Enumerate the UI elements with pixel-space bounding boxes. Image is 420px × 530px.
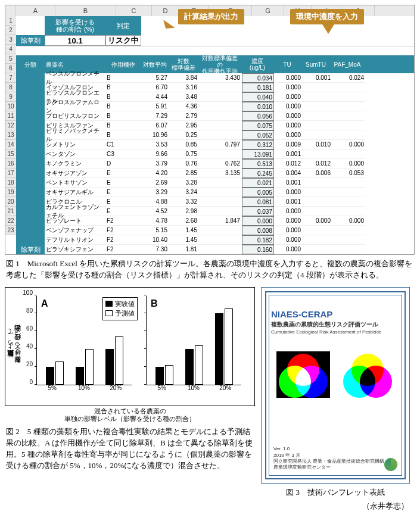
table-row: カルフェントラゾンエチルE4.522.980.0370.000 — [45, 207, 414, 216]
ratio-header: 影響を受ける 種の割合 (%) — [45, 16, 105, 35]
table-row: テフリルトリオンF210.401.450.1820.000 — [45, 235, 414, 245]
pamphlet-cover: NIAES-CERAP 複数農薬の累積的生態リスク評価ツール Cumulativ… — [261, 287, 410, 484]
table-row: プロピリスルフロンB7.292.790.0560.000 — [45, 111, 414, 121]
venn-cmy-icon — [341, 351, 394, 398]
data-rows-container: ベンスルフロンメチルB5.273.843.4300.0340.0000.0010… — [45, 73, 414, 254]
pamphlet-footer: Ver. 1.0 2018 年 3 月 国立研究開発法人 農業・食品産業技術総合… — [273, 446, 384, 471]
chart-panel-b: B 5%10%20% — [142, 291, 252, 403]
y-axis-label: 複数農薬によって 影響を受ける種の割合 (%) — [7, 325, 21, 368]
venn-rgb-icon — [276, 351, 330, 398]
category-label: 除草剤 — [16, 35, 45, 46]
judgement-value: リスク中 — [105, 35, 141, 46]
figure1-caption: 図 1 Microsoft Excel を用いた累積リスクの計算ツール。各農薬の… — [6, 258, 414, 281]
summary-value-row: 除草剤 10.1 リスク中 — [16, 35, 414, 46]
pamphlet-title: NIAES-CERAP — [271, 309, 400, 319]
excel-row-numbers: 1234567891011121314151617181920212223 — [5, 16, 16, 235]
y-axis-ticks: 020406080100 — [22, 292, 33, 382]
table-row: ペントキサゾンE2.693.280.0210.001 — [45, 178, 414, 188]
pamphlet-subtitle-en: Cumulative Ecological Risk Assessment of… — [271, 329, 400, 335]
chart-panel-a: A 実験値 予測値 5%10%20% — [33, 291, 142, 403]
table-row: ピリミノバックメチルB10.960.250.0520.000 — [45, 130, 414, 140]
side-category-label: 除草剤 — [16, 73, 45, 254]
table-row: ピラゾキシフェンF27.301.810.1600.000 — [45, 245, 414, 254]
naro-logo-icon — [384, 458, 397, 471]
judgement-header: 判定 — [105, 16, 141, 35]
author-credit: （永井孝志） — [262, 501, 409, 512]
table-row: ベンスルフロンメチルB5.273.843.4300.0340.0000.0010… — [45, 73, 414, 83]
table-row: オキサジアゾンE4.202.853.1350.2450.0040.0060.05… — [45, 169, 414, 178]
table-row: ベンゾフェナップF25.151.450.0080.000 — [45, 226, 414, 235]
callout-conc-input: 環境中濃度を入力 — [290, 9, 364, 24]
excel-screenshot: A B C D E F G H I J 12345678910111213141… — [5, 5, 415, 255]
venn-diagrams — [271, 351, 400, 398]
table-row: キノクラミンD3.790.760.7620.5130.0120.0120.000 — [45, 159, 414, 169]
table-row: ベンタゾンC39.660.7513.0910.001 — [45, 149, 414, 159]
pamphlet-subtitle-jp: 複数農薬の累積的生態リスク評価ツール — [271, 320, 400, 329]
x-axis-label: 混合されている各農薬の 単独の影響レベル（影響を受ける種の割合） — [5, 407, 255, 423]
ratio-value: 10.1 — [45, 35, 105, 46]
table-row: シクロスルファムロンB5.914.360.0100.000 — [45, 102, 414, 111]
bar-chart-panel: 複数農薬によって 影響を受ける種の割合 (%) 020406080100 A 実… — [5, 287, 255, 406]
callout-calc-output: 計算結果が出力 — [178, 9, 244, 24]
table-row: シメトリンC13.530.850.7970.3120.0090.0100.000 — [45, 140, 414, 149]
figure2-caption: 図 2 5 種類の藻類を用いた複合毒性実験の結果とモデルによる予測結果の比較。A… — [6, 426, 254, 471]
table-row: ピラゾレートF24.782.681.8470.0000.0000.0000.00… — [45, 216, 414, 226]
figure3-caption: 図 3 技術パンフレット表紙 — [262, 487, 409, 498]
table-row: オキサジアルギルE3.293.240.0050.000 — [45, 188, 414, 197]
